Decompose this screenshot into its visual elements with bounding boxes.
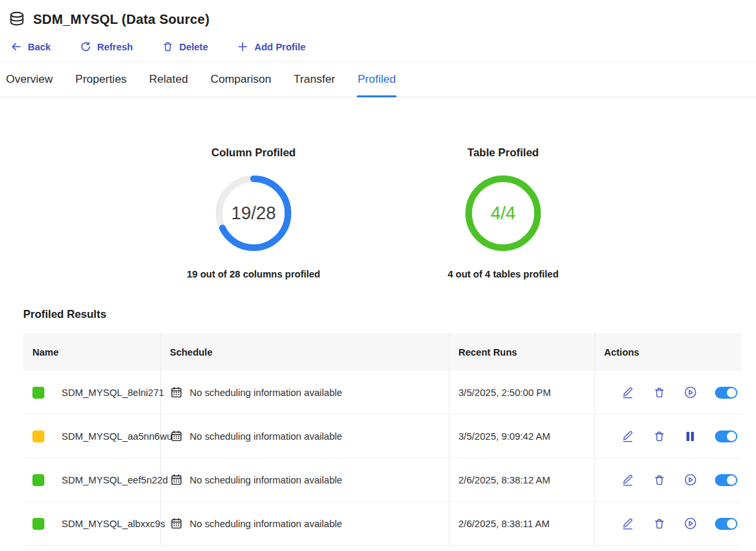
recent-run-time: 2/6/2025, 8:38:11 AM [459,519,550,529]
tab-comparison[interactable]: Comparison [210,62,272,97]
edit-icon[interactable] [622,429,635,444]
pause-icon[interactable] [684,429,697,444]
tab-bar: Overview Properties Related Comparison T… [0,62,756,97]
refresh-icon [80,41,91,52]
chart-title: Table Profiled [397,146,609,159]
status-swatch [32,474,44,486]
donut-center-label: 19/28 [214,174,293,253]
column-header-recent-runs: Recent Runs [449,333,594,371]
status-swatch [32,430,44,442]
profiled-results-table: Name Schedule Recent Runs Actions SDM_MY… [23,333,741,546]
profile-summary-charts: Column Profiled 19/28 19 out of 28 colum… [0,146,756,282]
enable-toggle[interactable] [715,430,737,442]
donut-chart: 19/28 [214,174,293,253]
tab-related[interactable]: Related [148,62,189,97]
plus-icon [237,41,248,52]
table-row: SDM_MYSQL_8elni271No scheduling informat… [23,371,741,415]
tab-properties[interactable]: Properties [75,62,127,97]
column-profiled-chart: Column Profiled 19/28 19 out of 28 colum… [148,146,359,279]
recent-run-time: 3/5/2025, 9:09:42 AM [459,431,551,442]
edit-icon[interactable] [622,517,635,531]
status-swatch [32,518,44,530]
toolbar: Back Refresh Delete Add Profile [0,28,756,62]
edit-icon[interactable] [622,473,635,487]
back-button[interactable]: Back [11,41,51,52]
recent-run-time: 3/5/2025, 2:50:00 PM [459,387,551,398]
profile-name: SDM_MYSQL_8elni271 [62,387,164,398]
trash-icon [162,41,173,52]
table-row: SDM_MYSQL_eef5n22dNo scheduling informat… [23,458,741,502]
play-icon[interactable] [684,473,697,487]
play-icon[interactable] [684,517,697,531]
enable-toggle[interactable] [715,518,737,530]
schedule-text: No scheduling information available [190,387,342,398]
tab-transfer[interactable]: Transfer [293,62,336,97]
table-profiled-chart: Table Profiled 4/4 4 out of 4 tables pro… [397,146,609,279]
delete-icon[interactable] [653,385,666,400]
delete-icon[interactable] [653,429,666,444]
column-header-schedule: Schedule [160,333,449,371]
play-icon[interactable] [684,385,697,400]
schedule-text: No scheduling information available [190,431,342,442]
profiled-results-body: SDM_MYSQL_8elni271No scheduling informat… [23,371,741,546]
status-swatch [32,387,44,399]
page-header: SDM_MYSQL (Data Source) [0,0,756,28]
table-row: SDM_MYSQL_aa5nn6wuNo scheduling informat… [23,415,741,458]
tab-profiled[interactable]: Profiled [357,62,397,97]
delete-button[interactable]: Delete [162,41,209,52]
refresh-button[interactable]: Refresh [80,41,133,52]
calendar-icon [170,386,183,399]
chart-caption: 19 out of 28 columns profiled [148,269,359,279]
schedule-text: No scheduling information available [190,475,342,485]
donut-center-label: 4/4 [463,174,543,253]
table-header-row: Name Schedule Recent Runs Actions [23,333,741,371]
back-arrow-icon [11,41,22,52]
delete-icon[interactable] [653,473,666,487]
recent-run-time: 2/6/2025, 8:38:12 AM [459,475,551,485]
column-header-actions: Actions [594,333,741,371]
page-title: SDM_MYSQL (Data Source) [33,12,210,27]
profiled-results-heading: Profiled Results [23,308,756,321]
profile-name: SDM_MYSQL_eef5n22d [62,475,168,485]
database-icon [8,11,26,28]
add-profile-button[interactable]: Add Profile [237,41,305,52]
enable-toggle[interactable] [715,474,737,486]
table-row: SDM_MYSQL_albxxc9sNo scheduling informat… [23,502,741,546]
chart-caption: 4 out of 4 tables profiled [397,269,609,279]
enable-toggle[interactable] [715,387,737,399]
schedule-text: No scheduling information available [190,519,342,529]
chart-title: Column Profiled [148,146,359,159]
edit-icon[interactable] [622,385,635,400]
calendar-icon [170,430,183,442]
delete-icon[interactable] [653,517,666,531]
calendar-icon [170,474,183,486]
calendar-icon [170,517,183,530]
profile-name: SDM_MYSQL_aa5nn6wu [62,431,172,442]
donut-chart: 4/4 [463,174,543,253]
column-header-name: Name [23,333,160,371]
profile-name: SDM_MYSQL_albxxc9s [62,519,165,529]
tab-overview[interactable]: Overview [5,62,54,97]
